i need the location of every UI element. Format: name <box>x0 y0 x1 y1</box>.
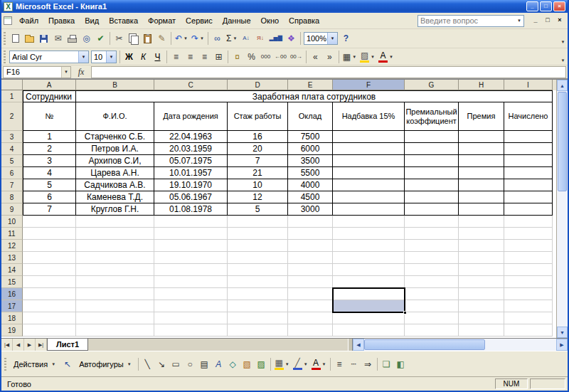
decrease-indent-button[interactable]: « <box>309 50 322 63</box>
cell-F4[interactable] <box>333 143 405 155</box>
select-objects-button[interactable]: ↖ <box>60 357 74 371</box>
cell-G9[interactable] <box>405 203 459 216</box>
cell-D16[interactable] <box>228 288 288 300</box>
fill-handle[interactable] <box>403 311 407 314</box>
row-header-16[interactable]: 16 <box>1 288 23 300</box>
cell-E3[interactable]: 7500 <box>288 131 333 143</box>
spelling-button[interactable]: ✔ <box>94 32 107 46</box>
cell-E4[interactable]: 6000 <box>288 143 333 155</box>
row-header-17[interactable]: 17 <box>1 300 23 312</box>
column-header-E[interactable]: E <box>288 80 333 90</box>
zoom-combo[interactable]: 100%▼ <box>304 32 338 45</box>
row-header-19[interactable]: 19 <box>1 324 23 337</box>
cell-C15[interactable] <box>154 276 228 288</box>
row-header-9[interactable]: 9 <box>1 203 23 216</box>
italic-button[interactable]: К <box>137 50 150 63</box>
cell-C5[interactable]: 05.07.1975 <box>154 155 228 167</box>
menu-item-1[interactable]: Правка <box>43 14 80 27</box>
cell-D18[interactable] <box>228 312 288 324</box>
cell-G14[interactable] <box>405 264 459 276</box>
cell-H17[interactable] <box>459 300 504 312</box>
first-sheet-button[interactable]: |◀ <box>1 339 13 351</box>
cell-B4[interactable]: Петров И.А. <box>76 143 154 155</box>
align-left-button[interactable]: ≡ <box>169 50 183 63</box>
arrow-button[interactable]: ↘ <box>155 357 169 371</box>
column-header-D[interactable]: D <box>228 80 288 90</box>
column-header-I[interactable]: I <box>504 80 553 90</box>
cell-I6[interactable] <box>504 167 553 179</box>
cell-C14[interactable] <box>154 264 228 276</box>
question-box-input[interactable]: Введите вопрос ▼ <box>418 15 524 27</box>
cell-H5[interactable] <box>459 155 504 167</box>
bold-button[interactable]: Ж <box>122 50 136 63</box>
cell-A1[interactable]: Сотрудники <box>23 90 76 102</box>
column-header-C[interactable]: C <box>154 80 228 90</box>
cell-H16[interactable] <box>459 288 504 300</box>
cell-E16[interactable] <box>288 288 333 300</box>
menu-item-4[interactable]: Формат <box>143 14 181 27</box>
vertical-scrollbar[interactable]: ▲ ▼ <box>556 80 568 338</box>
name-box[interactable]: F16 ▼ <box>3 66 71 78</box>
cell-I16[interactable] <box>504 288 553 300</box>
cell-G3[interactable] <box>405 131 459 143</box>
cell-A15[interactable] <box>23 276 76 288</box>
decrease-decimal-button[interactable]: 00→ <box>289 50 304 63</box>
cell-G4[interactable] <box>405 143 459 155</box>
cell-F18[interactable] <box>333 312 405 324</box>
cell-C8[interactable]: 05.06.1967 <box>154 191 228 203</box>
column-header-H[interactable]: H <box>459 80 504 90</box>
format-painter-button[interactable]: ✎ <box>155 32 169 46</box>
cell-C6[interactable]: 10.01.1957 <box>154 167 228 179</box>
cell-E19[interactable] <box>288 324 333 337</box>
align-center-button[interactable]: ≡ <box>184 50 197 63</box>
window-minimize-button[interactable]: _ <box>530 16 541 26</box>
tab-split-handle[interactable] <box>348 339 353 351</box>
cell-A7[interactable]: 5 <box>23 179 76 191</box>
cell-E12[interactable] <box>288 240 333 252</box>
autoshapes-menu-button[interactable]: Автофигуры▼ <box>75 357 136 371</box>
cell-A19[interactable] <box>23 324 76 337</box>
window-close-button[interactable]: × <box>554 16 565 26</box>
cell-B18[interactable] <box>76 312 154 324</box>
cell-F14[interactable] <box>333 264 405 276</box>
cell-C12[interactable] <box>154 240 228 252</box>
formula-input[interactable] <box>91 66 566 78</box>
cell-D10[interactable] <box>228 216 288 228</box>
cell-D2[interactable]: Стаж работы <box>228 102 288 131</box>
scroll-left-button[interactable]: ◀ <box>353 339 364 351</box>
cell-B3[interactable]: Старченко С.Б. <box>76 131 154 143</box>
cell-F3[interactable] <box>333 131 405 143</box>
sheet-tab-list1[interactable]: Лист1 <box>47 339 88 351</box>
menu-item-8[interactable]: Справка <box>284 14 324 27</box>
cell-F8[interactable] <box>333 191 405 203</box>
cell-D17[interactable] <box>228 300 288 312</box>
cell-E8[interactable]: 4500 <box>288 191 333 203</box>
cell-C2[interactable]: Дата рождения <box>154 102 228 131</box>
row-header-11[interactable]: 11 <box>1 228 23 240</box>
cell-D9[interactable]: 5 <box>228 203 288 216</box>
cell-B5[interactable]: Архипов С.И, <box>76 155 154 167</box>
cell-D11[interactable] <box>228 228 288 240</box>
cut-button[interactable]: ✂ <box>112 32 126 46</box>
menu-item-0[interactable]: Файл <box>14 14 43 27</box>
new-workbook-button[interactable] <box>9 32 22 46</box>
cell-E9[interactable]: 3000 <box>288 203 333 216</box>
cell-E15[interactable] <box>288 276 333 288</box>
cell-G6[interactable] <box>405 167 459 179</box>
redo-button[interactable]: ↷▼ <box>190 32 206 46</box>
cell-E7[interactable]: 4000 <box>288 179 333 191</box>
cell-C10[interactable] <box>154 216 228 228</box>
cell-A3[interactable]: 1 <box>23 131 76 143</box>
cell-I9[interactable] <box>504 203 553 216</box>
cell-D14[interactable] <box>228 264 288 276</box>
cell-A17[interactable] <box>23 300 76 312</box>
cell-F2[interactable]: Надбавка 15% <box>333 102 405 131</box>
cell-F13[interactable] <box>333 252 405 264</box>
borders-button[interactable]: ▦▼ <box>341 50 358 63</box>
help-button[interactable]: ? <box>339 32 353 46</box>
cell-I14[interactable] <box>504 264 553 276</box>
picture-button[interactable]: ▨ <box>255 357 268 371</box>
cell-G16[interactable] <box>405 288 459 300</box>
cell-G19[interactable] <box>405 324 459 337</box>
row-header-10[interactable]: 10 <box>1 216 23 228</box>
